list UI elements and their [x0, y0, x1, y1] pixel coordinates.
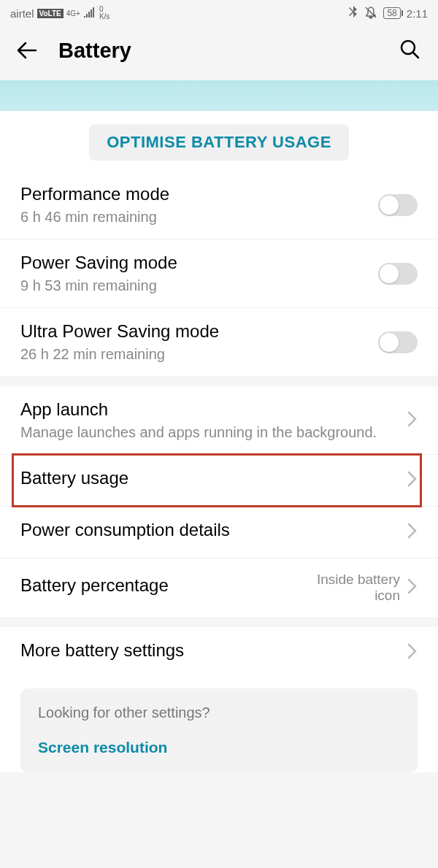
data-speed: 0 K/s	[99, 6, 110, 20]
chevron-right-icon	[407, 411, 418, 430]
status-left: airtel VoLTE 4G+ 0 K/s	[10, 6, 110, 20]
battery-icon: 58	[383, 7, 400, 19]
content-section: OPTIMISE BATTERY USAGE Performance mode …	[0, 111, 438, 376]
chevron-right-icon	[407, 643, 418, 662]
item-title: Battery usage	[20, 468, 407, 488]
screen-resolution-link[interactable]: Screen resolution	[38, 739, 400, 756]
item-text: Power consumption details	[20, 520, 407, 545]
signal-icon	[83, 7, 96, 20]
item-text: Battery percentage	[20, 575, 298, 600]
item-title: App launch	[20, 399, 407, 420]
network-type: 4G+	[66, 9, 80, 18]
chevron-right-icon	[407, 523, 418, 542]
battery-percentage-value: Inside battery icon	[298, 572, 400, 604]
ultra-power-saving-mode-item[interactable]: Ultra Power Saving mode 26 h 22 min rema…	[0, 308, 438, 376]
item-subtitle: 6 h 46 min remaining	[20, 209, 378, 226]
header: Battery	[0, 26, 438, 80]
clock: 2:11	[407, 7, 428, 20]
item-text: More battery settings	[20, 640, 407, 665]
more-battery-settings-item[interactable]: More battery settings	[0, 627, 438, 678]
item-title: Power consumption details	[20, 520, 407, 540]
item-title: Battery percentage	[20, 575, 298, 596]
chevron-right-icon	[407, 578, 418, 597]
search-button[interactable]	[399, 38, 423, 63]
item-text: App launch Manage launches and apps runn…	[20, 399, 407, 441]
bluetooth-icon	[348, 6, 358, 21]
item-title: More battery settings	[20, 640, 407, 661]
item-text: Ultra Power Saving mode 26 h 22 min rema…	[20, 321, 378, 363]
info-card: Looking for other settings? Screen resol…	[20, 688, 418, 772]
performance-mode-toggle[interactable]	[378, 194, 418, 216]
content-section-3: More battery settings Looking for other …	[0, 627, 438, 772]
battery-usage-item[interactable]: Battery usage	[0, 455, 438, 507]
item-title: Power Saving mode	[20, 253, 378, 273]
battery-percentage-item[interactable]: Battery percentage Inside battery icon	[0, 558, 438, 617]
optimise-battery-button[interactable]: OPTIMISE BATTERY USAGE	[89, 124, 349, 161]
performance-mode-item[interactable]: Performance mode 6 h 46 min remaining	[0, 171, 438, 239]
item-subtitle: 26 h 22 min remaining	[20, 346, 378, 363]
battery-graph-banner	[0, 80, 438, 111]
power-consumption-item[interactable]: Power consumption details	[0, 507, 438, 558]
item-text: Battery usage	[20, 468, 407, 493]
app-launch-item[interactable]: App launch Manage launches and apps runn…	[0, 386, 438, 455]
chevron-right-icon	[407, 471, 418, 490]
item-title: Ultra Power Saving mode	[20, 321, 378, 342]
dnd-icon	[364, 6, 377, 21]
item-text: Power Saving mode 9 h 53 min remaining	[20, 253, 378, 294]
power-saving-toggle[interactable]	[378, 263, 418, 285]
section-divider	[0, 617, 438, 627]
optimise-wrap: OPTIMISE BATTERY USAGE	[0, 111, 438, 171]
item-title: Performance mode	[20, 184, 378, 204]
content-section-2: App launch Manage launches and apps runn…	[0, 386, 438, 617]
ultra-power-saving-toggle[interactable]	[378, 331, 418, 353]
back-button[interactable]	[15, 39, 38, 62]
item-subtitle: 9 h 53 min remaining	[20, 277, 378, 294]
volte-badge: VoLTE	[37, 9, 64, 18]
item-text: Performance mode 6 h 46 min remaining	[20, 184, 378, 226]
carrier-label: airtel	[10, 7, 34, 20]
item-subtitle: Manage launches and apps running in the …	[20, 424, 407, 441]
info-card-question: Looking for other settings?	[38, 704, 400, 721]
power-saving-mode-item[interactable]: Power Saving mode 9 h 53 min remaining	[0, 239, 438, 308]
section-divider	[0, 376, 438, 386]
status-bar: airtel VoLTE 4G+ 0 K/s 58 2:11	[0, 0, 438, 26]
status-right: 58 2:11	[348, 6, 428, 21]
page-title: Battery	[58, 39, 378, 63]
